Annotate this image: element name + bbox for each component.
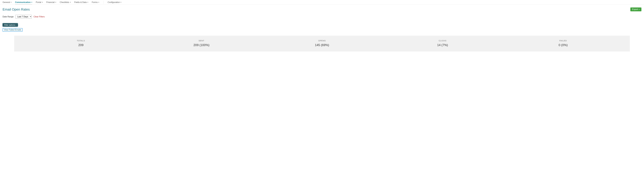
tab-financial[interactable]: Financial ▾ — [46, 0, 56, 4]
filter-row: Date Range Last 7 Days Clear Filters — [2, 15, 642, 18]
tab-communication[interactable]: Communication ▾ — [15, 0, 32, 4]
stat-totals: TOTALS 209 — [20, 40, 141, 47]
tab-label: Financial — [46, 1, 54, 4]
tab-forms[interactable]: Forms ▾ — [92, 0, 99, 4]
page-content: Email Open Rates Export ▾ Date Range Las… — [0, 5, 644, 52]
chevron-down-icon: ▾ — [70, 2, 71, 3]
tab-label: General — [2, 1, 10, 4]
stat-sent: SENT 209 (100%) — [141, 40, 262, 47]
tab-label: Fields & Data — [74, 1, 87, 4]
view-failed-emails-highlight: View Failed Emails — [2, 28, 22, 32]
tab-general[interactable]: General ▾ — [2, 0, 12, 4]
tab-label: Configuration — [108, 1, 120, 4]
stats-bar: TOTALS 209 SENT 209 (100%) OPENS 145 (69… — [14, 36, 630, 52]
chevron-down-icon: ▾ — [42, 2, 43, 3]
stat-value: 209 (100%) — [141, 43, 262, 47]
tab-label: Checklists — [60, 1, 69, 4]
stat-label: FAILED — [503, 40, 624, 42]
chevron-down-icon: ▾ — [56, 2, 56, 3]
stat-opens: OPENS 145 (69%) — [262, 40, 382, 47]
top-nav: General ▾ Communication ▾ Portal ▾ Finan… — [0, 0, 644, 5]
stat-label: CLICKS — [382, 40, 503, 42]
chevron-down-icon: ▾ — [639, 9, 640, 10]
stat-label: OPENS — [262, 40, 382, 42]
date-range-label: Date Range — [2, 16, 14, 18]
chevron-down-icon: ▾ — [120, 2, 121, 3]
stat-value: 145 (69%) — [262, 43, 382, 47]
stat-label: SENT — [141, 40, 262, 42]
chevron-down-icon: ▾ — [32, 2, 32, 3]
tab-label: Forms — [92, 1, 98, 4]
chevron-down-icon: ▾ — [88, 2, 88, 3]
tab-portal[interactable]: Portal ▾ — [36, 0, 43, 4]
stat-clicks: CLICKS 14 (7%) — [382, 40, 503, 47]
tab-checklists[interactable]: Checklists ▾ — [60, 0, 71, 4]
stat-label: TOTALS — [20, 40, 141, 42]
tab-label: Communication — [15, 1, 31, 4]
clear-filters-link[interactable]: Clear Filters — [34, 16, 44, 18]
stat-value: 0 (0%) — [503, 43, 624, 47]
stat-failed: FAILED 0 (0%) — [503, 40, 624, 47]
export-label: Export — [632, 8, 638, 10]
below-filters: Filter options › View Failed Emails — [2, 23, 642, 32]
export-button[interactable]: Export ▾ — [630, 8, 642, 11]
nav-divider — [103, 1, 104, 4]
filter-options-label: Filter options — [4, 24, 15, 26]
tab-configuration[interactable]: Configuration ▾ — [108, 0, 121, 4]
chevron-down-icon: ▾ — [11, 2, 12, 3]
date-range-select[interactable]: Last 7 Days — [15, 15, 32, 18]
chevron-down-icon: ▾ — [98, 2, 99, 3]
filter-options-button[interactable]: Filter options › — [2, 23, 18, 27]
page-title: Email Open Rates — [2, 8, 30, 12]
stat-value: 14 (7%) — [382, 43, 503, 47]
page-header: Email Open Rates Export ▾ — [2, 8, 642, 12]
tab-label: Portal — [36, 1, 41, 4]
stat-value: 209 — [20, 43, 141, 47]
chevron-right-icon: › — [16, 24, 16, 26]
view-failed-emails-link[interactable]: View Failed Emails — [4, 29, 21, 31]
tab-fields-data[interactable]: Fields & Data ▾ — [74, 0, 88, 4]
